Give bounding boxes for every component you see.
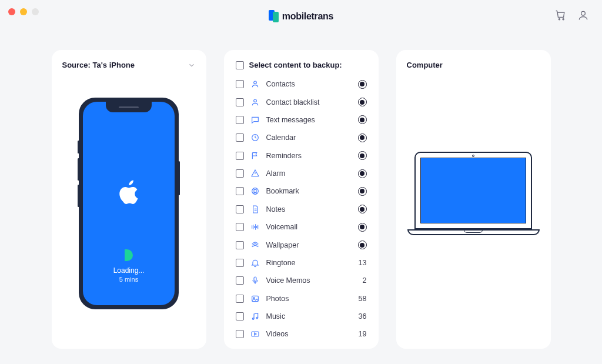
header-actions xyxy=(555,9,589,21)
content-label: Notes xyxy=(266,205,352,213)
content-count: 2 xyxy=(363,276,367,285)
destination-panel: Computer xyxy=(396,50,551,349)
content-checkbox[interactable] xyxy=(236,98,244,106)
content-row[interactable]: Alarm xyxy=(226,165,376,182)
content-row[interactable]: Voicemail xyxy=(226,218,376,236)
source-title: Source: Ta's iPhone xyxy=(62,61,135,69)
content-row[interactable]: Ringtone13 xyxy=(226,254,376,272)
content-checkbox[interactable] xyxy=(236,276,244,285)
content-label: Contact blacklist xyxy=(266,98,352,106)
content-row[interactable]: Videos19 xyxy=(226,325,376,343)
content-row[interactable]: Contact blacklist xyxy=(226,93,376,111)
content-checkbox[interactable] xyxy=(236,116,244,124)
content-label: Reminders xyxy=(266,152,352,160)
loading-status-icon xyxy=(358,169,367,178)
content-checkbox[interactable] xyxy=(236,259,244,267)
content-row[interactable]: Photos58 xyxy=(226,290,376,308)
flag-icon xyxy=(250,151,260,161)
content-count: 58 xyxy=(359,295,367,303)
destination-title: Computer xyxy=(407,61,540,69)
laptop-illustration xyxy=(407,152,540,235)
content-label: Ringtone xyxy=(266,259,352,267)
content-checkbox[interactable] xyxy=(236,223,244,231)
svg-point-10 xyxy=(252,318,254,320)
svg-point-6 xyxy=(252,188,258,195)
photos-icon xyxy=(250,294,260,303)
chat-icon xyxy=(250,115,260,125)
content-checkbox[interactable] xyxy=(236,187,244,195)
loading-status-icon xyxy=(358,223,367,232)
apple-logo-icon xyxy=(116,180,141,209)
svg-point-4 xyxy=(253,99,256,102)
content-checkbox[interactable] xyxy=(236,241,244,249)
contacts-icon xyxy=(250,98,260,107)
app-logo: mobiletrans xyxy=(269,10,333,22)
content-row[interactable]: Notes xyxy=(226,201,376,218)
logo-mark-icon xyxy=(269,10,279,22)
svg-point-1 xyxy=(563,19,564,20)
content-row[interactable]: Bookmark xyxy=(226,182,376,200)
loading-status-icon xyxy=(358,151,367,160)
notes-icon xyxy=(250,205,260,214)
content-count: 19 xyxy=(359,330,367,338)
content-checkbox[interactable] xyxy=(236,152,244,160)
loading-label: Loading... xyxy=(113,266,145,275)
content-label: Contacts xyxy=(266,80,352,88)
svg-rect-12 xyxy=(252,332,259,336)
svg-point-2 xyxy=(581,11,586,15)
select-all-row[interactable]: Select content to backup: xyxy=(226,61,376,75)
svg-point-11 xyxy=(256,317,258,319)
select-all-checkbox[interactable] xyxy=(236,61,244,69)
content-label: Calendar xyxy=(266,133,352,142)
bell-icon xyxy=(250,258,260,268)
source-panel-header[interactable]: Source: Ta's iPhone xyxy=(62,61,196,69)
app-header: mobiletrans xyxy=(0,0,602,32)
content-checkbox[interactable] xyxy=(236,205,244,213)
content-row[interactable]: Contacts xyxy=(226,75,376,93)
phone-illustration: Loading... 5 mins xyxy=(62,98,196,309)
content-label: Wallpaper xyxy=(266,241,352,249)
content-label: Voicemail xyxy=(266,223,352,231)
content-row[interactable]: Text messages xyxy=(226,111,376,129)
content-checkbox[interactable] xyxy=(236,295,244,303)
user-icon[interactable] xyxy=(577,9,589,21)
main-panels: Source: Ta's iPhone Loading... 5 mins xyxy=(0,32,602,349)
content-label: Voice Memos xyxy=(266,276,356,285)
loading-spinner-icon xyxy=(125,249,133,261)
content-row[interactable]: Voice Memos2 xyxy=(226,272,376,289)
svg-point-0 xyxy=(558,19,560,20)
content-panel: Select content to backup: ContactsContac… xyxy=(224,50,379,349)
loading-status-icon xyxy=(358,187,367,196)
content-label: Photos xyxy=(266,295,352,303)
svg-rect-7 xyxy=(254,277,256,281)
content-checkbox[interactable] xyxy=(236,133,244,142)
calendar-icon xyxy=(250,133,260,142)
loading-time: 5 mins xyxy=(113,276,145,283)
wallpaper-icon xyxy=(250,241,260,250)
content-label: Videos xyxy=(266,330,352,338)
content-label: Bookmark xyxy=(266,187,352,195)
content-checkbox[interactable] xyxy=(236,169,244,178)
content-row[interactable]: Wallpaper xyxy=(226,236,376,253)
video-icon xyxy=(250,329,260,339)
music-icon xyxy=(250,312,260,321)
select-all-label: Select content to backup: xyxy=(249,61,342,69)
content-checkbox[interactable] xyxy=(236,80,244,88)
content-label: Alarm xyxy=(266,169,352,178)
loading-status-icon xyxy=(358,115,367,124)
content-label: Text messages xyxy=(266,116,352,124)
content-row[interactable]: Music36 xyxy=(226,308,376,325)
loading-status-icon xyxy=(358,133,367,142)
alarm-icon xyxy=(250,169,260,178)
chevron-down-icon xyxy=(188,61,196,69)
cart-icon[interactable] xyxy=(555,9,567,21)
loading-status: Loading... 5 mins xyxy=(113,249,145,283)
content-row[interactable]: Calendar xyxy=(226,129,376,146)
content-count: 13 xyxy=(359,259,367,267)
content-checkbox[interactable] xyxy=(236,312,244,320)
content-checkbox[interactable] xyxy=(236,330,244,338)
content-count: 36 xyxy=(359,312,367,320)
logo-text: mobiletrans xyxy=(282,11,333,22)
loading-status-icon xyxy=(358,80,367,89)
content-row[interactable]: Reminders xyxy=(226,147,376,165)
